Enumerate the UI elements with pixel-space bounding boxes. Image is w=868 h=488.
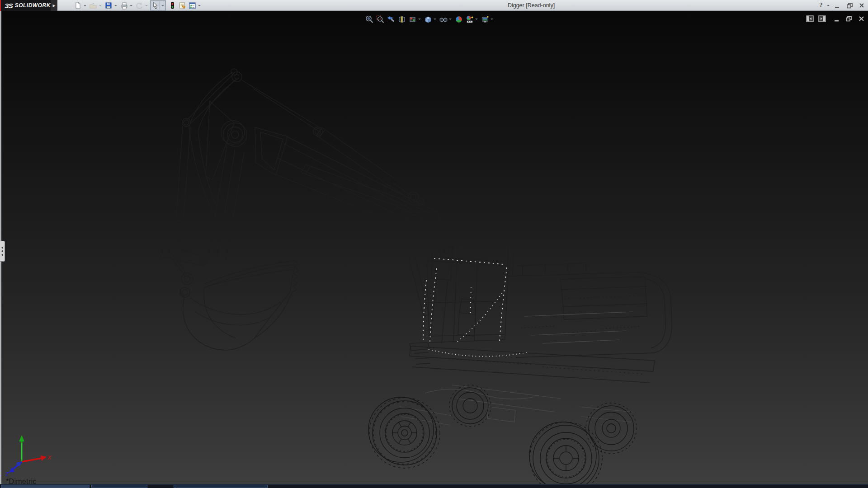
zoom-to-area-icon[interactable] [375,14,385,24]
taskbar-button[interactable] [174,485,268,488]
solidworks-logo: ЗS SOLIDWORKS [1,0,51,11]
open-document-icon[interactable] [89,1,98,10]
display-style-icon[interactable] [423,14,433,24]
wheel-front-right[interactable] [529,422,602,484]
new-document-dropdown[interactable] [82,1,88,10]
wireframe-boom[interactable] [175,69,438,261]
options-button[interactable] [188,1,202,10]
document-title: Digger [Read-only] [508,2,555,9]
display-delete-relations-icon[interactable] [168,1,177,10]
view-orientation-icon[interactable] [408,14,417,24]
new-document-icon[interactable] [73,1,82,10]
minimize-document-button[interactable] [833,15,841,22]
main-toolbar [73,0,203,11]
section-view-icon[interactable] [397,14,406,24]
hide-show-items-button[interactable] [439,14,453,24]
print-button[interactable] [119,1,134,10]
wireframe-wheels[interactable] [368,385,637,484]
select-tool-button[interactable] [150,0,166,10]
new-document-button[interactable] [73,1,88,10]
z-axis-label: Z [5,471,9,477]
restore-button[interactable] [845,1,854,10]
hide-show-items-dropdown[interactable] [448,15,453,24]
options-icon[interactable] [188,1,197,10]
zoom-to-area-button[interactable] [375,14,385,24]
wireframe-swing-bracket[interactable] [408,212,453,343]
view-settings-button[interactable] [480,14,494,24]
save-icon[interactable] [104,1,113,10]
view-orientation-dropdown[interactable] [417,15,422,24]
solidworks-logo-mark: ЗS [5,2,13,9]
minimize-button[interactable] [833,1,842,10]
x-axis-arrowhead [41,455,47,461]
save-dropdown[interactable] [113,1,118,10]
hide-show-items-icon[interactable] [439,14,448,24]
origin-ball [17,462,21,466]
select-tool-dropdown[interactable] [160,1,165,10]
wireframe-bucket[interactable] [159,244,299,350]
taskbar-button[interactable] [1,485,90,488]
select-tool-icon[interactable] [151,1,160,10]
titlebar: ЗS SOLIDWORKS ▶ [0,0,868,11]
window-controls: ? [816,0,866,11]
x-axis-label: X [47,455,52,461]
help-dropdown-icon[interactable] [827,5,830,6]
previous-view-button[interactable] [386,14,396,24]
restore-document-button[interactable] [845,15,853,22]
display-delete-relations-button[interactable] [168,1,177,10]
view-settings-icon[interactable] [480,14,490,24]
print-icon[interactable] [119,1,128,10]
solidworks-logo-text: SOLIDWORKS [15,2,55,9]
digger-wireframe-model[interactable] [0,11,868,484]
apply-scene-dropdown[interactable] [474,15,479,24]
wireframe-engine-housing[interactable] [507,243,672,357]
print-dropdown[interactable] [128,1,134,10]
menu-expand-button[interactable]: ▶ [51,0,57,11]
graphics-viewport[interactable]: X Z *Dimetric [0,11,868,484]
zoom-to-fit-icon[interactable] [364,14,374,24]
zoom-to-fit-button[interactable] [364,14,374,24]
taskbar-button[interactable] [91,485,147,488]
display-style-dropdown[interactable] [433,15,437,24]
display-style-button[interactable] [423,14,437,24]
open-document-button[interactable] [89,1,103,10]
close-button[interactable] [857,1,866,10]
feature-manager-collapsed-tab[interactable] [0,241,5,262]
undo-button[interactable] [135,1,149,10]
taskbar-strip [0,484,868,488]
view-orientation-label: *Dimetric [6,478,37,484]
previous-view-icon[interactable] [386,14,396,24]
file-properties-icon[interactable] [178,1,187,10]
undo-icon[interactable] [135,1,144,10]
help-button[interactable]: ? [816,1,826,10]
document-window-controls [806,15,865,22]
edit-appearance-button[interactable] [454,14,463,24]
save-button[interactable] [104,1,118,10]
file-properties-button[interactable] [178,1,187,10]
edit-appearance-icon[interactable] [454,14,463,24]
apply-scene-button[interactable] [465,14,479,24]
y-axis-arrowhead [19,435,24,441]
expand-task-pane-button[interactable] [818,15,826,22]
heads-up-view-toolbar [364,14,495,24]
undo-dropdown[interactable] [144,1,149,10]
orientation-triad: X Z [4,432,53,477]
apply-scene-icon[interactable] [465,14,474,24]
options-dropdown[interactable] [197,1,202,10]
open-document-dropdown[interactable] [98,1,103,10]
x-axis [22,458,42,462]
wheel-front-left[interactable] [368,397,440,468]
section-view-button[interactable] [397,14,406,24]
close-document-button[interactable] [857,15,865,22]
view-settings-dropdown[interactable] [490,15,494,24]
wheel-rear-right[interactable] [586,403,637,454]
view-orientation-button[interactable] [408,14,422,24]
collapse-feature-manager-button[interactable] [806,15,814,22]
